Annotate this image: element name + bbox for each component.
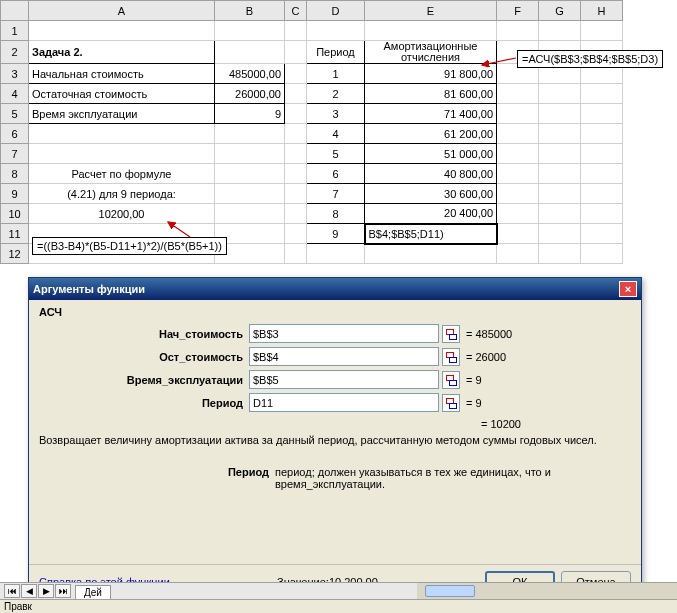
cell[interactable]: 485000,00 [215, 64, 285, 84]
cell[interactable]: Задача 2. [29, 41, 215, 64]
col-header[interactable]: E [365, 1, 497, 21]
cell[interactable]: Остаточная стоимость [29, 84, 215, 104]
row-header[interactable]: 12 [1, 244, 29, 264]
cell[interactable]: 9 [307, 224, 365, 244]
arg-result: = 26000 [466, 351, 506, 363]
tab-last-icon[interactable]: ⏭ [55, 584, 71, 598]
arg-input-vremya[interactable] [249, 370, 439, 389]
dialog-titlebar[interactable]: Аргументы функции × [29, 278, 641, 300]
range-picker-button[interactable] [442, 348, 460, 366]
row-header[interactable]: 1 [1, 21, 29, 41]
close-icon: × [625, 283, 631, 295]
cell[interactable]: 20 400,00 [365, 204, 497, 224]
cell[interactable]: (4.21) для 9 периода: [29, 184, 215, 204]
cell[interactable]: Период [307, 41, 365, 64]
arg-input-ost-stoimost[interactable] [249, 347, 439, 366]
col-header[interactable]: F [497, 1, 539, 21]
col-header[interactable]: D [307, 1, 365, 21]
col-header[interactable]: B [215, 1, 285, 21]
cell[interactable]: 7 [307, 184, 365, 204]
arg-input-period[interactable] [249, 393, 439, 412]
col-header[interactable]: C [285, 1, 307, 21]
tab-nav: ⏮ ◀ ▶ ⏭ [4, 584, 71, 598]
cell[interactable]: Расчет по формуле [29, 164, 215, 184]
row-header[interactable]: 9 [1, 184, 29, 204]
cell[interactable]: 30 600,00 [365, 184, 497, 204]
active-cell[interactable]: B$4;$B$5;D11) [365, 224, 497, 244]
scroll-thumb[interactable] [425, 585, 475, 597]
sheet-tab[interactable]: Дей [75, 585, 111, 599]
horizontal-scrollbar[interactable] [417, 582, 677, 599]
range-picker-button[interactable] [442, 371, 460, 389]
status-bar: Правк [0, 599, 677, 613]
col-header[interactable]: A [29, 1, 215, 21]
cell[interactable]: 6 [307, 164, 365, 184]
cell[interactable]: 81 600,00 [365, 84, 497, 104]
row-header[interactable]: 4 [1, 84, 29, 104]
row-header[interactable]: 11 [1, 224, 29, 244]
arg-result: = 485000 [466, 328, 512, 340]
arg-label: Нач_стоимость [39, 328, 249, 340]
row-header[interactable]: 7 [1, 144, 29, 164]
tab-next-icon[interactable]: ▶ [38, 584, 54, 598]
arg-result: = 9 [466, 374, 482, 386]
arg-label: Период [39, 397, 249, 409]
cell[interactable]: 26000,00 [215, 84, 285, 104]
col-header[interactable]: G [539, 1, 581, 21]
arg-result: = 9 [466, 397, 482, 409]
row-header[interactable]: 3 [1, 64, 29, 84]
col-header[interactable]: H [581, 1, 623, 21]
arg-row: Ост_стоимость = 26000 [39, 347, 631, 366]
arg-row: Период = 9 [39, 393, 631, 412]
cell[interactable]: 71 400,00 [365, 104, 497, 124]
range-picker-button[interactable] [442, 394, 460, 412]
tab-prev-icon[interactable]: ◀ [21, 584, 37, 598]
dialog-title: Аргументы функции [33, 278, 145, 300]
cell[interactable]: 9 [215, 104, 285, 124]
cell[interactable]: 51 000,00 [365, 144, 497, 164]
row-header[interactable]: 10 [1, 204, 29, 224]
row-header[interactable]: 6 [1, 124, 29, 144]
cell[interactable]: Начальная стоимость [29, 64, 215, 84]
function-name: АСЧ [39, 306, 631, 318]
row-header[interactable]: 5 [1, 104, 29, 124]
arg-row: Нач_стоимость = 485000 [39, 324, 631, 343]
cell[interactable]: 61 200,00 [365, 124, 497, 144]
cell[interactable]: 91 800,00 [365, 64, 497, 84]
param-label: Период [39, 466, 275, 490]
spreadsheet-grid[interactable]: A B C D E F G H 1 2 Задача 2. Период Амо… [0, 0, 623, 264]
function-description: Возвращает величину амортизации актива з… [39, 434, 631, 446]
cell[interactable]: 4 [307, 124, 365, 144]
arg-label: Время_эксплуатации [39, 374, 249, 386]
formula-annotation-left: =((B3-B4)*(B5-D11+1)*2)/(B5*(B5+1)) [32, 237, 227, 255]
cell[interactable]: 5 [307, 144, 365, 164]
arg-label: Ост_стоимость [39, 351, 249, 363]
tab-first-icon[interactable]: ⏮ [4, 584, 20, 598]
param-description: период; должен указываться в тех же един… [275, 466, 631, 490]
row-header[interactable]: 2 [1, 41, 29, 64]
arg-row: Время_эксплуатации = 9 [39, 370, 631, 389]
cell[interactable]: 2 [307, 84, 365, 104]
corner-cell[interactable] [1, 1, 29, 21]
cell[interactable]: Время эксплуатации [29, 104, 215, 124]
row-header[interactable]: 8 [1, 164, 29, 184]
cell[interactable]: 1 [307, 64, 365, 84]
function-arguments-dialog: Аргументы функции × АСЧ Нач_стоимость = … [28, 277, 642, 599]
close-button[interactable]: × [619, 281, 637, 297]
cell[interactable]: 3 [307, 104, 365, 124]
cell[interactable]: 40 800,00 [365, 164, 497, 184]
formula-annotation-right: =АСЧ($B$3;$B$4;$B$5;D3) [517, 50, 663, 68]
cell[interactable]: 10200,00 [29, 204, 215, 224]
cell[interactable]: Амортизационные отчисления [365, 41, 497, 64]
function-total: = 10200 [39, 418, 631, 430]
cell[interactable]: 8 [307, 204, 365, 224]
arg-input-nach-stoimost[interactable] [249, 324, 439, 343]
range-picker-button[interactable] [442, 325, 460, 343]
